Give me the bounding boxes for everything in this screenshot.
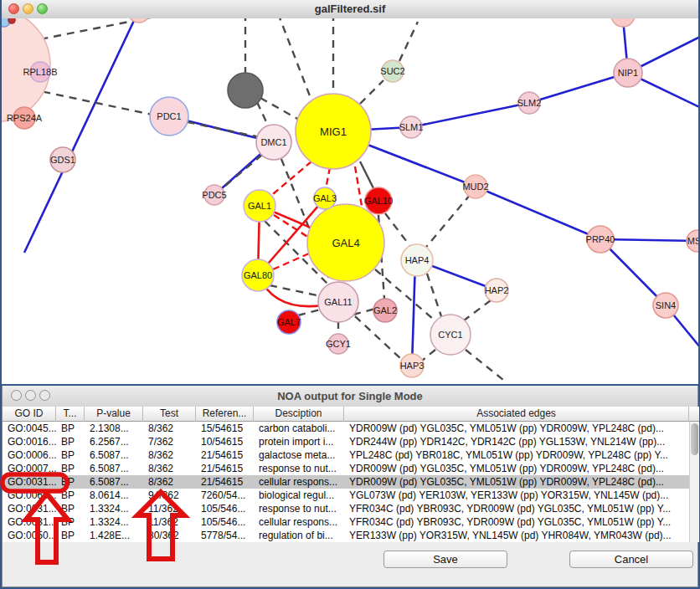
- table-cell: 105/546...: [196, 502, 254, 515]
- node-label-GCY1: GCY1: [326, 339, 351, 349]
- network-edge[interactable]: [600, 239, 698, 241]
- noa-output-window: NOA output for Single Mode GO IDT...P-va…: [2, 386, 698, 587]
- network-edge[interactable]: [422, 350, 435, 361]
- table-cell: GO:0031...: [3, 475, 56, 489]
- table-cell: YDR244W (pp) YDR142C, YDR142C (pp) YGL15…: [344, 435, 689, 448]
- network-edge[interactable]: [360, 161, 374, 190]
- network-edge[interactable]: [273, 254, 309, 269]
- network-edge[interactable]: [257, 102, 269, 127]
- network-edge[interactable]: [464, 300, 491, 320]
- table-cell: YDR009W (pd) YGL035C, YML051W (pp) YDR00…: [344, 422, 689, 435]
- column-header-test[interactable]: Test: [143, 407, 196, 422]
- table-cell: 6.5087...: [85, 475, 143, 489]
- table-cell: 6.5087...: [85, 448, 143, 462]
- column-header-desciption[interactable]: Desciption: [254, 407, 344, 422]
- table-cell: GO:0006...: [3, 448, 56, 462]
- noa-window-titlebar[interactable]: NOA output for Single Mode: [3, 386, 697, 407]
- column-header-t[interactable]: T...: [56, 407, 85, 422]
- node-label-NIP1: NIP1: [618, 68, 638, 78]
- table-cell: 105/546...: [196, 515, 254, 529]
- table-cell: GO:0031...: [3, 502, 56, 515]
- table-cell: 94/362: [143, 489, 196, 502]
- table-row[interactable]: GO:0031...BP1.3324...11/362105/546...cel…: [3, 515, 689, 529]
- network-edge[interactable]: [411, 103, 529, 127]
- node-label-GAL7: GAL7: [277, 317, 301, 327]
- network-edge[interactable]: [268, 161, 311, 198]
- table-cell: BP: [56, 489, 85, 502]
- table-cell: 8/362: [143, 462, 196, 475]
- node-label-PDC5: PDC5: [202, 190, 226, 200]
- table-cell: 21/54615: [196, 462, 254, 475]
- network-graph[interactable]: MIG1DMC1PDC1PDC5RPL18BRPS24AGDS1SUC2SLM1…: [2, 18, 698, 384]
- network-edge[interactable]: [466, 350, 507, 383]
- network-edge[interactable]: [219, 155, 262, 191]
- network-edge[interactable]: [385, 213, 412, 248]
- cancel-button[interactable]: Cancel: [569, 551, 693, 568]
- table-cell: cellular respons...: [254, 475, 344, 489]
- table-cell: response to nut...: [254, 502, 344, 515]
- table-row[interactable]: GO:0031...BP1.3324...11/362105/546...res…: [3, 502, 689, 515]
- network-edge[interactable]: [399, 22, 418, 61]
- node-label-RPS24A: RPS24A: [7, 113, 43, 123]
- column-header-referen[interactable]: Referen...: [196, 407, 254, 422]
- network-window: galFiltered.sif MIG1DMC1PDC1PDC5RPL18BRP…: [2, 0, 698, 384]
- node-label-GAL80: GAL80: [244, 270, 272, 280]
- table-cell: carbon cataboli...: [254, 422, 344, 435]
- network-edge[interactable]: [326, 167, 330, 189]
- table-cell: BP: [56, 422, 85, 435]
- node-topright-pink[interactable]: [611, 18, 635, 27]
- table-cell: BP: [56, 515, 85, 529]
- node-label-GAL4: GAL4: [332, 237, 359, 249]
- node-label-GAL1: GAL1: [248, 201, 271, 211]
- node-label-GAL2: GAL2: [373, 305, 397, 315]
- table-row[interactable]: GO:0016...BP6.2567...7/36210/54615protei…: [3, 435, 689, 448]
- network-edge[interactable]: [427, 274, 441, 316]
- network-edge[interactable]: [355, 166, 363, 211]
- node-top-pink[interactable]: [128, 18, 150, 23]
- table-row[interactable]: GO:0050...BP1.428E...80/3625778/54...reg…: [3, 529, 689, 542]
- table-row[interactable]: GO:0065...BP8.0614...94/3627260/54...bio…: [3, 489, 689, 502]
- table-cell: BP: [56, 448, 85, 462]
- table-cell: BP: [56, 529, 85, 542]
- table-row[interactable]: GO:0006...BP6.5087...8/36221/54615galact…: [3, 448, 689, 462]
- desktop: { "network_window": { "title": "galFilte…: [0, 0, 700, 589]
- column-header-goid[interactable]: GO ID: [3, 407, 56, 422]
- network-edge[interactable]: [423, 194, 471, 251]
- scrollbar-thumb[interactable]: [691, 423, 698, 455]
- node-corner-red[interactable]: [8, 18, 15, 23]
- network-edge[interactable]: [360, 80, 383, 104]
- column-header-associatededges[interactable]: Associated edges: [344, 407, 689, 422]
- network-edge[interactable]: [260, 98, 299, 120]
- network-edge[interactable]: [529, 73, 628, 103]
- network-window-title: galFiltered.sif: [2, 3, 698, 15]
- table-cell: 8/362: [143, 475, 196, 489]
- table-body: GO:0045...BP2.1308...8/36215/54615carbon…: [3, 422, 689, 542]
- table-cell: 21/54615: [196, 448, 254, 462]
- network-edge[interactable]: [355, 316, 401, 359]
- table-cell: 8.0614...: [85, 489, 143, 502]
- table-cell: 21/54615: [196, 475, 254, 489]
- network-canvas[interactable]: MIG1DMC1PDC1PDC5RPL18BRPS24AGDS1SUC2SLM1…: [2, 18, 698, 384]
- table-cell: GO:0050...: [3, 529, 56, 542]
- table-scrollbar[interactable]: [689, 422, 699, 542]
- save-button[interactable]: Save: [383, 551, 507, 568]
- table-cell: YDR009W (pd) YGL035C, YML051W (pp) YDR00…: [344, 475, 689, 489]
- network-edge[interactable]: [278, 18, 313, 105]
- network-window-titlebar[interactable]: galFiltered.sif: [2, 0, 698, 19]
- table-row[interactable]: GO:0031...BP6.5087...8/36221/54615cellul…: [3, 475, 689, 489]
- node-label-SIN4: SIN4: [656, 300, 676, 310]
- node-label-HAP3: HAP3: [400, 361, 425, 371]
- node-label-GAL3: GAL3: [313, 193, 337, 203]
- column-header-pvalue[interactable]: P-value: [85, 407, 143, 422]
- table-row[interactable]: GO:0045...BP2.1308...8/36215/54615carbon…: [3, 422, 689, 435]
- table-row[interactable]: GO:0007...BP6.5087...8/36221/54615respon…: [3, 462, 689, 475]
- table-cell: GO:0016...: [3, 435, 56, 448]
- table-cell: 1.3324...: [85, 502, 143, 515]
- network-edge[interactable]: [476, 187, 600, 239]
- table-header: GO IDT...P-valueTestReferen...Desciption…: [3, 407, 699, 422]
- node-gray[interactable]: [228, 73, 263, 108]
- node-label-DMC1: DMC1: [260, 137, 286, 147]
- table-cell: regulation of bi...: [254, 529, 344, 542]
- network-edge[interactable]: [270, 285, 321, 296]
- table-cell: 6.2567...: [85, 435, 143, 448]
